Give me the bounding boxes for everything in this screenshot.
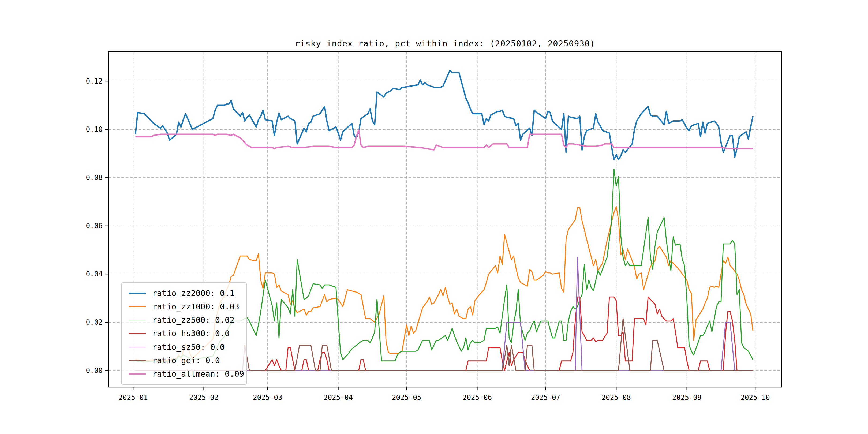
y-tick-label: 0.00 xyxy=(86,367,103,374)
y-tick-label: 0.12 xyxy=(86,77,103,85)
chart-title: risky index ratio, pct within index: (20… xyxy=(108,38,781,48)
legend-line-swatch xyxy=(129,292,146,294)
legend: ratio_zz2000: 0.1ratio_zz1000: 0.03ratio… xyxy=(121,282,247,385)
legend-label: ratio_gei: 0.0 xyxy=(152,356,220,365)
legend-item-ratio_zz2000: ratio_zz2000: 0.1 xyxy=(129,288,240,298)
legend-item-ratio_zz1000: ratio_zz1000: 0.03 xyxy=(129,302,240,311)
x-tick-label: 2025-05 xyxy=(392,394,422,402)
figure: 2025-012025-022025-032025-042025-052025-… xyxy=(0,0,868,434)
legend-label: ratio_zz1000: 0.03 xyxy=(152,302,239,311)
y-tick-label: 0.06 xyxy=(86,222,103,230)
legend-item-ratio_allmean: ratio_allmean: 0.09 xyxy=(129,369,240,378)
y-tick-label: 0.02 xyxy=(86,318,103,326)
x-tick-label: 2025-06 xyxy=(463,394,492,402)
legend-line-swatch xyxy=(129,373,146,374)
x-tick-label: 2025-02 xyxy=(189,394,219,402)
x-tick-label: 2025-10 xyxy=(741,394,770,402)
legend-label: ratio_sz50: 0.0 xyxy=(152,342,225,352)
legend-line-swatch xyxy=(129,306,146,307)
x-tick-label: 2025-01 xyxy=(118,394,148,402)
x-tick-label: 2025-03 xyxy=(253,394,282,402)
legend-label: ratio_zz2000: 0.1 xyxy=(152,288,235,298)
legend-item-ratio_gei: ratio_gei: 0.0 xyxy=(129,356,240,365)
legend-line-swatch xyxy=(129,320,146,321)
x-tick-label: 2025-07 xyxy=(531,394,560,402)
legend-line-swatch xyxy=(129,360,146,361)
y-tick-label: 0.10 xyxy=(86,125,103,133)
x-tick-label: 2025-08 xyxy=(601,394,631,402)
legend-line-swatch xyxy=(129,333,146,334)
legend-item-ratio_hs300: ratio_hs300: 0.0 xyxy=(129,329,240,338)
x-tick-label: 2025-09 xyxy=(672,394,702,402)
y-tick-label: 0.04 xyxy=(86,270,103,278)
y-tick-label: 0.08 xyxy=(86,174,103,182)
series-ratio_allmean xyxy=(135,130,753,150)
legend-label: ratio_zz500: 0.02 xyxy=(152,315,235,325)
legend-line-swatch xyxy=(129,347,146,348)
legend-item-ratio_sz50: ratio_sz50: 0.0 xyxy=(129,342,240,352)
legend-label: ratio_hs300: 0.0 xyxy=(152,329,229,338)
legend-item-ratio_zz500: ratio_zz500: 0.02 xyxy=(129,315,240,325)
legend-label: ratio_allmean: 0.09 xyxy=(152,369,244,378)
series-ratio_zz2000 xyxy=(135,70,753,160)
x-tick-label: 2025-04 xyxy=(323,394,353,402)
